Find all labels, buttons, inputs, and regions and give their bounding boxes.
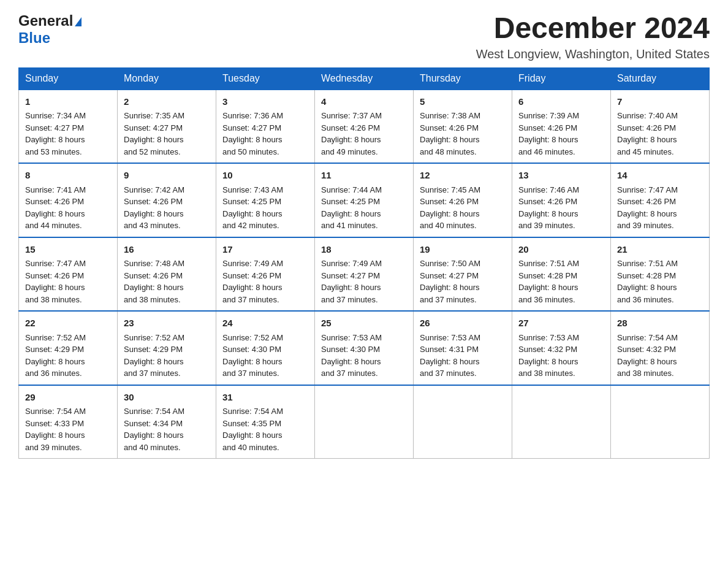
calendar-cell: 4Sunrise: 7:37 AMSunset: 4:26 PMDaylight… [315,90,414,164]
week-row-3: 15Sunrise: 7:47 AMSunset: 4:26 PMDayligh… [19,237,710,312]
day-number: 8 [25,169,111,183]
calendar-cell [611,385,710,459]
day-number: 2 [124,95,210,109]
calendar-cell: 24Sunrise: 7:52 AMSunset: 4:30 PMDayligh… [216,311,315,385]
day-number: 24 [222,316,308,331]
week-row-5: 29Sunrise: 7:54 AMSunset: 4:33 PMDayligh… [19,385,710,459]
day-number: 28 [617,316,703,331]
header-monday: Monday [118,67,216,90]
day-number: 10 [222,169,308,183]
calendar-header-row: SundayMondayTuesdayWednesdayThursdayFrid… [19,67,710,90]
day-info: Sunrise: 7:50 AMSunset: 4:27 PMDaylight:… [420,259,480,304]
calendar-cell: 22Sunrise: 7:52 AMSunset: 4:29 PMDayligh… [19,311,118,385]
day-number: 23 [124,316,210,331]
day-info: Sunrise: 7:45 AMSunset: 4:26 PMDaylight:… [420,185,480,231]
day-number: 1 [25,95,111,109]
day-number: 25 [321,316,407,331]
week-row-4: 22Sunrise: 7:52 AMSunset: 4:29 PMDayligh… [19,311,710,385]
day-number: 27 [518,316,604,331]
day-number: 26 [420,316,506,331]
day-info: Sunrise: 7:47 AMSunset: 4:26 PMDaylight:… [25,259,86,304]
location-title: West Longview, Washington, United States [476,47,710,61]
week-row-1: 1Sunrise: 7:34 AMSunset: 4:27 PMDaylight… [19,90,710,164]
day-number: 15 [25,243,111,257]
day-number: 17 [222,243,308,257]
day-info: Sunrise: 7:41 AMSunset: 4:26 PMDaylight:… [25,185,86,231]
day-info: Sunrise: 7:44 AMSunset: 4:25 PMDaylight:… [321,185,382,231]
day-info: Sunrise: 7:53 AMSunset: 4:31 PMDaylight:… [420,333,480,378]
day-info: Sunrise: 7:48 AMSunset: 4:26 PMDaylight:… [124,259,184,304]
day-info: Sunrise: 7:36 AMSunset: 4:27 PMDaylight:… [222,111,283,156]
logo-general: General [18,12,73,29]
day-info: Sunrise: 7:35 AMSunset: 4:27 PMDaylight:… [124,111,184,156]
day-number: 20 [518,243,604,257]
header-wednesday: Wednesday [315,67,414,90]
calendar-cell: 21Sunrise: 7:51 AMSunset: 4:28 PMDayligh… [611,237,710,312]
calendar-cell: 11Sunrise: 7:44 AMSunset: 4:25 PMDayligh… [315,163,414,237]
header-friday: Friday [512,67,611,90]
calendar-cell: 5Sunrise: 7:38 AMSunset: 4:26 PMDaylight… [414,90,512,164]
day-info: Sunrise: 7:52 AMSunset: 4:29 PMDaylight:… [124,333,184,378]
day-info: Sunrise: 7:51 AMSunset: 4:28 PMDaylight:… [617,259,678,304]
day-info: Sunrise: 7:46 AMSunset: 4:26 PMDaylight:… [518,185,579,231]
calendar-cell: 28Sunrise: 7:54 AMSunset: 4:32 PMDayligh… [611,311,710,385]
calendar-cell [315,385,414,459]
calendar-cell: 25Sunrise: 7:53 AMSunset: 4:30 PMDayligh… [315,311,414,385]
month-title: December 2024 [476,12,710,45]
day-number: 31 [222,391,308,405]
calendar-cell: 13Sunrise: 7:46 AMSunset: 4:26 PMDayligh… [512,163,611,237]
day-info: Sunrise: 7:40 AMSunset: 4:26 PMDaylight:… [617,111,678,156]
day-info: Sunrise: 7:53 AMSunset: 4:32 PMDaylight:… [518,333,579,378]
day-number: 3 [222,95,308,109]
calendar-cell: 29Sunrise: 7:54 AMSunset: 4:33 PMDayligh… [19,385,118,459]
day-info: Sunrise: 7:34 AMSunset: 4:27 PMDaylight:… [25,111,86,156]
day-info: Sunrise: 7:37 AMSunset: 4:26 PMDaylight:… [321,111,382,156]
calendar-cell: 20Sunrise: 7:51 AMSunset: 4:28 PMDayligh… [512,237,611,312]
day-info: Sunrise: 7:49 AMSunset: 4:26 PMDaylight:… [222,259,283,304]
calendar-cell: 12Sunrise: 7:45 AMSunset: 4:26 PMDayligh… [414,163,512,237]
calendar-cell: 18Sunrise: 7:49 AMSunset: 4:27 PMDayligh… [315,237,414,312]
day-info: Sunrise: 7:54 AMSunset: 4:32 PMDaylight:… [617,333,678,378]
day-info: Sunrise: 7:39 AMSunset: 4:26 PMDaylight:… [518,111,579,156]
header-thursday: Thursday [414,67,512,90]
calendar-cell: 1Sunrise: 7:34 AMSunset: 4:27 PMDaylight… [19,90,118,164]
day-info: Sunrise: 7:43 AMSunset: 4:25 PMDaylight:… [222,185,283,231]
day-info: Sunrise: 7:47 AMSunset: 4:26 PMDaylight:… [617,185,678,231]
day-info: Sunrise: 7:54 AMSunset: 4:35 PMDaylight:… [222,407,283,452]
day-info: Sunrise: 7:42 AMSunset: 4:26 PMDaylight:… [124,185,184,231]
header-tuesday: Tuesday [216,67,315,90]
day-number: 9 [124,169,210,183]
calendar-cell: 15Sunrise: 7:47 AMSunset: 4:26 PMDayligh… [19,237,118,312]
day-info: Sunrise: 7:54 AMSunset: 4:33 PMDaylight:… [25,407,86,452]
calendar-cell: 3Sunrise: 7:36 AMSunset: 4:27 PMDaylight… [216,90,315,164]
day-number: 21 [617,243,703,257]
day-number: 6 [518,95,604,109]
day-number: 12 [420,169,506,183]
calendar-cell: 31Sunrise: 7:54 AMSunset: 4:35 PMDayligh… [216,385,315,459]
calendar-cell: 17Sunrise: 7:49 AMSunset: 4:26 PMDayligh… [216,237,315,312]
week-row-2: 8Sunrise: 7:41 AMSunset: 4:26 PMDaylight… [19,163,710,237]
calendar-cell: 8Sunrise: 7:41 AMSunset: 4:26 PMDaylight… [19,163,118,237]
day-number: 14 [617,169,703,183]
day-number: 13 [518,169,604,183]
calendar-cell: 10Sunrise: 7:43 AMSunset: 4:25 PMDayligh… [216,163,315,237]
logo-line1: General [18,12,82,29]
day-info: Sunrise: 7:51 AMSunset: 4:28 PMDaylight:… [518,259,579,304]
logo-triangle-icon [75,17,82,26]
logo: General Blue [18,12,82,47]
header-saturday: Saturday [611,67,710,90]
calendar-cell: 2Sunrise: 7:35 AMSunset: 4:27 PMDaylight… [118,90,216,164]
calendar-cell: 19Sunrise: 7:50 AMSunset: 4:27 PMDayligh… [414,237,512,312]
header-sunday: Sunday [19,67,118,90]
day-number: 18 [321,243,407,257]
calendar-cell: 16Sunrise: 7:48 AMSunset: 4:26 PMDayligh… [118,237,216,312]
day-info: Sunrise: 7:49 AMSunset: 4:27 PMDaylight:… [321,259,382,304]
logo-blue: Blue [18,29,50,46]
calendar-table: SundayMondayTuesdayWednesdayThursdayFrid… [18,67,710,459]
day-info: Sunrise: 7:53 AMSunset: 4:30 PMDaylight:… [321,333,382,378]
day-info: Sunrise: 7:52 AMSunset: 4:29 PMDaylight:… [25,333,86,378]
calendar-cell [414,385,512,459]
calendar-cell: 6Sunrise: 7:39 AMSunset: 4:26 PMDaylight… [512,90,611,164]
day-info: Sunrise: 7:38 AMSunset: 4:26 PMDaylight:… [420,111,480,156]
day-number: 7 [617,95,703,109]
